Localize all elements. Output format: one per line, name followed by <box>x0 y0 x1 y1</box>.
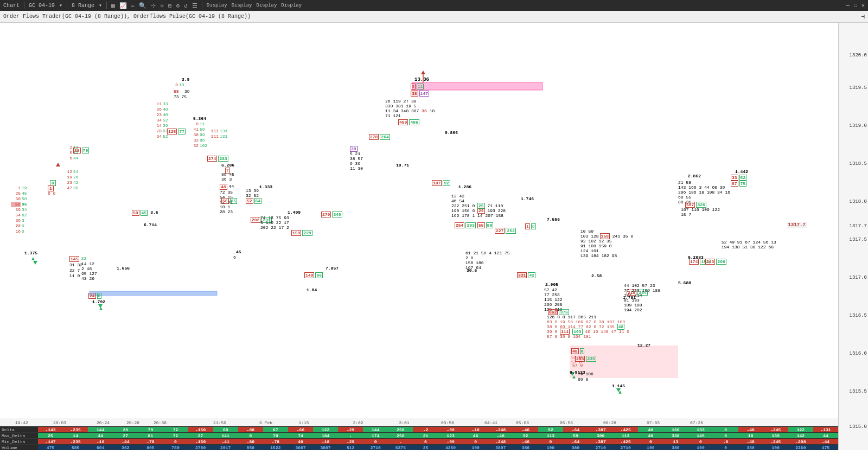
time-2038: 20:38 <box>154 420 167 425</box>
volume-cells-cell-28: 380 <box>738 445 763 450</box>
volume-cells-cell-7: 2017 <box>213 445 238 450</box>
pencil-icon[interactable]: ✏ <box>130 2 136 9</box>
nums-22-7: 22 7 <box>69 268 80 273</box>
toolbar: Chart GC 04-19 ▾ 8 Range ▾ ▦ 📈 ✏ 🔍 ⊹ ✛ ⊞… <box>0 0 868 11</box>
delta-cells-cell-5: 72 <box>163 427 188 432</box>
time-301: 3:01 <box>399 420 409 425</box>
toolbar-symbol[interactable]: GC 04-19 <box>28 3 56 9</box>
price-1316: 1316.0 <box>850 351 867 356</box>
toolbar-sep-3 <box>106 2 107 9</box>
list-icon[interactable]: ☰ <box>191 2 199 9</box>
display-btn-3[interactable]: Display <box>255 3 278 8</box>
toolbar-range[interactable]: 8 Range <box>71 3 95 9</box>
maxdelta-cells-cell-28: 18 <box>738 433 763 438</box>
grid-icon[interactable]: ⊞ <box>167 2 173 9</box>
mindelta-cells-cell-0: -147 <box>38 439 63 444</box>
delta-cells-cell-20: 92 <box>538 427 563 432</box>
box-24-0: 24 0 <box>88 293 101 299</box>
delta-cells-cell-1: -235 <box>63 427 88 432</box>
maxdelta-cells-cell-13: 174 <box>363 433 388 438</box>
mindelta-cells-cell-27: -8 <box>713 439 738 444</box>
arrow-up-4: ▲ <box>618 389 622 395</box>
zoom-icon[interactable]: 🔍 <box>138 2 148 9</box>
delta-cells-cell-7: 60 <box>213 427 238 432</box>
toolbar-sep-2 <box>67 2 67 9</box>
maxdelta-cells-cell-5: 72 <box>163 433 188 438</box>
footer-maxdelta-label: Max_Delta <box>0 433 38 438</box>
cluster-730: 26 119 27 30 330 381 19 5 11 34 348 307 … <box>385 99 435 118</box>
toolbar-chart-label[interactable]: Chart <box>2 3 21 9</box>
subtitle-text: Order Flows Trader(GC 04-19 (8 Range)), … <box>3 14 251 20</box>
cluster-right: 126 0 8 117 365 211 83 0 19 58 169 87 0 … <box>547 315 629 339</box>
box-331-42: 331 42 <box>517 272 535 278</box>
arrow-up-3: ▲ <box>572 374 576 380</box>
mindelta-cells-cell-17: 0 <box>463 439 488 444</box>
mindelta-cells-cell-11: -18 <box>313 439 338 444</box>
volume-cells-cell-31: 475 <box>813 445 838 450</box>
time-1942: 19:42 <box>15 420 28 425</box>
price-scale: 1320.0 1319.5 1319.0 1318.5 1318.0 1317.… <box>838 23 868 450</box>
maxdelta-cells-cell-6: 27 <box>188 433 213 438</box>
mindelta-cells-cell-5: 0 <box>163 439 188 444</box>
delta-cells-cell-12: -29 <box>338 427 363 432</box>
volume-cells-cell-9: 1522 <box>263 445 288 450</box>
refresh-icon[interactable]: ↺ <box>183 2 189 9</box>
delta-1333: 1.333 <box>259 184 272 189</box>
maxdelta-cells-cell-25: 330 <box>663 433 688 438</box>
volume-cells-cell-8: 850 <box>238 445 263 450</box>
delta-cells-cell-22: -387 <box>588 427 613 432</box>
delta-7556: 7.556 <box>547 217 560 222</box>
delta-6286: 6.286 <box>221 163 234 168</box>
maxdelta-cells-cell-0: 25 <box>38 433 63 438</box>
delta-3p9: 3.9 <box>182 77 189 82</box>
volume-cells-cell-18: 3807 <box>488 445 513 450</box>
pin-icon[interactable]: ⊣ <box>861 13 865 20</box>
delta-1792: 1.792 <box>92 299 105 304</box>
bar-chart-icon[interactable]: ▦ <box>110 2 116 9</box>
maxdelta-cells-cell-7: 141 <box>213 433 238 438</box>
maxdelta-cells-cell-1: 14 <box>63 433 88 438</box>
maxdelta-cells-cell-8: 0 <box>238 433 263 438</box>
maxdelta-cells-cell-24: 40 <box>638 433 663 438</box>
delta-1286: 1.286 <box>458 184 471 189</box>
box-274-283: 274 283 <box>207 156 228 162</box>
mindelta-cells-cell-4: -78 <box>138 439 163 444</box>
delta-cells-cell-9: 67 <box>263 427 288 432</box>
box-278-264: 278 264 <box>369 134 390 140</box>
window-minimize[interactable]: — <box>845 3 851 9</box>
mindelta-cells-cell-25: 13 <box>663 439 688 444</box>
box-52-64: 52 64 <box>246 198 261 204</box>
delta-cells-cell-0: -143 <box>38 427 63 432</box>
toolbar-dropdown-icon[interactable]: ▾ <box>58 2 63 9</box>
delta-cells-cell-28: -48 <box>738 427 763 432</box>
delta-cells-cell-31: -131 <box>813 427 838 432</box>
mindelta-cells-cell-18: -248 <box>488 439 513 444</box>
delta-cells-cell-8: -80 <box>238 427 263 432</box>
mindelta-cells-cell-16: -99 <box>438 439 463 444</box>
volume-cells-cell-12: 512 <box>338 445 363 450</box>
display-btn-2[interactable]: Display <box>231 3 253 8</box>
cluster-1003: 57 42 77 258 115 122 296 255 135 310 <box>544 287 563 312</box>
display-btn-4[interactable]: Display <box>280 3 303 8</box>
num-57-0: 57 0 <box>572 363 583 368</box>
price-13p36: 13.36 <box>414 77 429 82</box>
footer-volume-cells: 4755856043628057802780201785015223607380… <box>38 445 838 450</box>
cursor-icon[interactable]: ⊹ <box>150 2 157 9</box>
settings-icon[interactable]: ⚙ <box>175 2 181 9</box>
delta-1375: 1.375 <box>24 251 37 255</box>
maxdelta-cells-cell-19: 92 <box>513 433 538 438</box>
footer-delta-row: Delta -143-235144207972-15060-8067-66122… <box>0 426 838 432</box>
window-close[interactable]: ✕ <box>860 2 866 9</box>
volume-cells-cell-15: 25 <box>413 445 438 450</box>
display-btn-1[interactable]: Display <box>206 3 228 8</box>
window-maximize[interactable]: □ <box>853 3 858 9</box>
mindelta-cells-cell-15: 0 <box>413 439 438 444</box>
toolbar-range-dropdown[interactable]: ▾ <box>98 2 103 9</box>
line-chart-icon[interactable]: 📈 <box>118 2 128 9</box>
box-48-0: 48 0 <box>571 348 584 354</box>
num-45: 45 <box>236 249 241 254</box>
crosshair-icon[interactable]: ✛ <box>159 2 165 9</box>
box-88-79: 88 79 <box>73 148 89 153</box>
delta-cells-cell-21: -64 <box>563 427 588 432</box>
chart-content: 119 2545 3050 3896 5934 5462 393 220 160… <box>0 23 838 450</box>
